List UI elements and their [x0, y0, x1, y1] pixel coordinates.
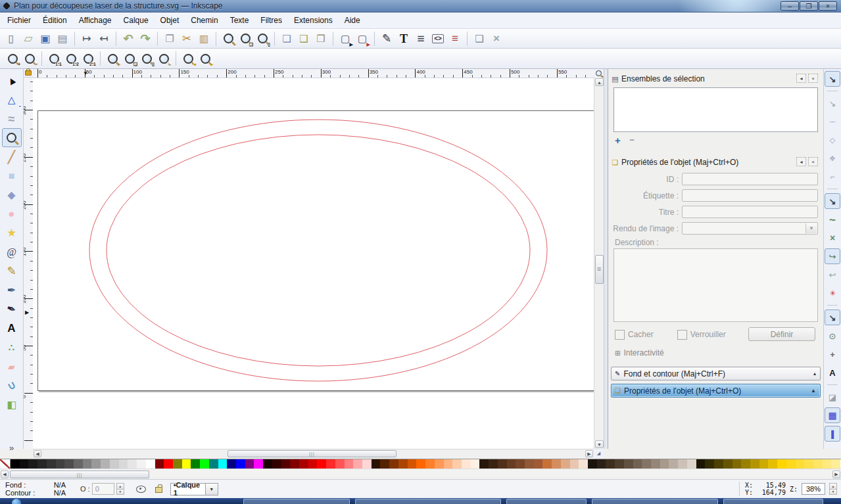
palette-swatch[interactable] [669, 459, 678, 469]
spin-down-icon[interactable]: ▼ [116, 490, 124, 495]
chevron-down-icon[interactable]: ▼ [805, 223, 817, 233]
palette-swatch[interactable] [624, 459, 633, 469]
box3d-tool[interactable]: ◆ [2, 185, 22, 204]
palette-swatch[interactable] [534, 459, 543, 469]
palette-swatch[interactable] [452, 459, 462, 469]
text-tool[interactable]: A [2, 319, 22, 338]
layer-visibility-eye-icon[interactable] [136, 486, 146, 493]
palette-swatch[interactable] [408, 459, 417, 469]
palette-swatch[interactable] [425, 459, 435, 469]
zoom-spinner[interactable]: ▲▼ [829, 483, 837, 495]
zoom-1-2-icon[interactable]: 1:2 [62, 50, 80, 67]
opacity-input[interactable]: 0 [92, 483, 114, 495]
pen-tool[interactable]: ✒ [2, 281, 22, 300]
palette-swatch-none[interactable] [0, 459, 11, 469]
id-input[interactable] [682, 173, 818, 185]
print-icon[interactable]: ▤ [54, 30, 71, 47]
taskbar-button[interactable] [506, 499, 587, 504]
palette-swatch[interactable] [345, 459, 354, 469]
palette-swatch[interactable] [91, 459, 101, 469]
menu-item-9[interactable]: Aide [339, 13, 366, 28]
zoom-selection-icon[interactable]: ▫ [104, 50, 121, 67]
palette-swatch[interactable] [218, 459, 228, 469]
menu-item-1[interactable]: Édition [37, 13, 73, 28]
palette-swatch[interactable] [759, 459, 769, 469]
menu-item-8[interactable]: Extensions [288, 13, 339, 28]
ruler-corner[interactable] [24, 69, 33, 78]
horizontal-scroll-thumb[interactable]: ||| [228, 450, 396, 457]
palette-swatch[interactable] [435, 459, 444, 469]
zoom-in-icon[interactable]: + [4, 50, 21, 67]
rectangle-tool[interactable]: ■ [2, 166, 22, 185]
lock-checkbox[interactable] [677, 330, 687, 340]
palette-swatch[interactable] [20, 459, 29, 469]
zoom-tool[interactable] [2, 128, 22, 147]
palette-swatch[interactable] [37, 459, 47, 469]
cut-icon[interactable]: ✂ [178, 30, 195, 47]
layer-lock-icon[interactable] [155, 487, 162, 493]
palette-swatch[interactable] [633, 459, 642, 469]
palette-swatch[interactable] [823, 459, 832, 469]
palette-swatch[interactable] [479, 459, 489, 469]
palette-swatch[interactable] [128, 459, 137, 469]
snap-bbox-centers-icon[interactable]: ⌐ [825, 169, 840, 185]
calligraphy-tool[interactable]: ✒ [2, 300, 22, 319]
xml-editor-icon[interactable]: <> [429, 30, 446, 47]
scroll-down-arrow[interactable]: ▼ [595, 440, 604, 448]
open-document-icon[interactable]: ▱ [20, 30, 37, 47]
snap-bbox-corners-icon[interactable]: ◇ [825, 132, 840, 148]
ellipse-tool[interactable]: ● [2, 204, 22, 223]
export-icon[interactable]: ↤ [95, 30, 112, 47]
node-tool[interactable]: △▪ [2, 90, 22, 109]
palette-swatch[interactable] [813, 459, 823, 469]
snap-bbox-icon[interactable]: ↘ [825, 95, 840, 111]
titre-input[interactable] [682, 206, 818, 218]
panel-collapse-button[interactable]: ◂ [796, 157, 806, 166]
palette-swatch[interactable] [498, 459, 507, 469]
palette-scrollbar[interactable]: ◀ ||| ▶ [0, 469, 841, 479]
palette-swatch[interactable] [299, 459, 308, 469]
zoom-2-1-icon[interactable]: 2:1 [80, 50, 97, 67]
rendu-image-combo[interactable]: ▼ [682, 222, 818, 235]
palette-swatch[interactable] [64, 459, 74, 469]
palette-swatch[interactable] [227, 459, 236, 469]
snap-smooth-nodes-icon[interactable]: ↩ [825, 267, 840, 283]
title-bar[interactable]: Plan pour découpeuse laser de la structu… [0, 0, 841, 12]
palette-swatch[interactable] [56, 459, 65, 469]
text-dialog-icon[interactable]: T [395, 30, 412, 47]
palette-swatch[interactable] [372, 459, 381, 469]
spiral-tool[interactable]: @ [2, 242, 22, 262]
gradient-tool[interactable]: ◧ [2, 395, 22, 414]
palette-swatch[interactable] [768, 459, 777, 469]
palette-swatch[interactable] [83, 459, 92, 469]
palette-swatch[interactable] [191, 459, 200, 469]
snap-rotation-centers-icon[interactable]: + [825, 346, 840, 362]
vertical-ruler[interactable]: ▶300250200150100500 [24, 78, 33, 449]
palette-swatch[interactable] [471, 459, 480, 469]
palette-swatch[interactable] [317, 459, 326, 469]
palette-swatch[interactable] [786, 459, 796, 469]
palette-swatch[interactable] [209, 459, 218, 469]
spin-up-icon[interactable]: ▲ [829, 483, 837, 490]
interactivity-expander[interactable]: ⊞ Interactivité [615, 348, 821, 357]
ungroup-icon[interactable]: ▢▶ [354, 30, 371, 47]
palette-swatch[interactable] [245, 459, 254, 469]
snap-object-centers-icon[interactable]: ⊙ [825, 328, 840, 344]
palette-swatch[interactable] [516, 459, 525, 469]
palette-swatch[interactable] [606, 459, 615, 469]
palette-swatch[interactable] [28, 459, 37, 469]
dock-switcher-fill-stroke[interactable]: ✎ Fond et contour (Maj+Ctrl+F) ▴ [611, 367, 821, 380]
bucket-tool[interactable]: ∪ [2, 376, 22, 395]
vertical-scrollbar[interactable]: ▲ ☰ ▼ [594, 78, 604, 449]
snap-others-icon[interactable]: ↘ [825, 309, 840, 325]
snap-path-intersections-icon[interactable]: × [825, 230, 840, 246]
menu-item-3[interactable]: Calque [118, 13, 155, 28]
spin-down-icon[interactable]: ▼ [829, 490, 837, 495]
palette-swatch[interactable] [696, 459, 706, 469]
palette-swatch[interactable] [714, 459, 723, 469]
dock-switcher-object-properties[interactable]: ❏ Propriétés de l'objet (Maj+Ctrl+O) ▲ [611, 384, 821, 398]
palette-swatch[interactable] [380, 459, 389, 469]
snap-text-anchors-icon[interactable]: A [825, 365, 840, 380]
snap-enabled-icon[interactable]: ↘ [825, 71, 840, 87]
snap-grids-icon[interactable]: ▦ [825, 407, 840, 423]
